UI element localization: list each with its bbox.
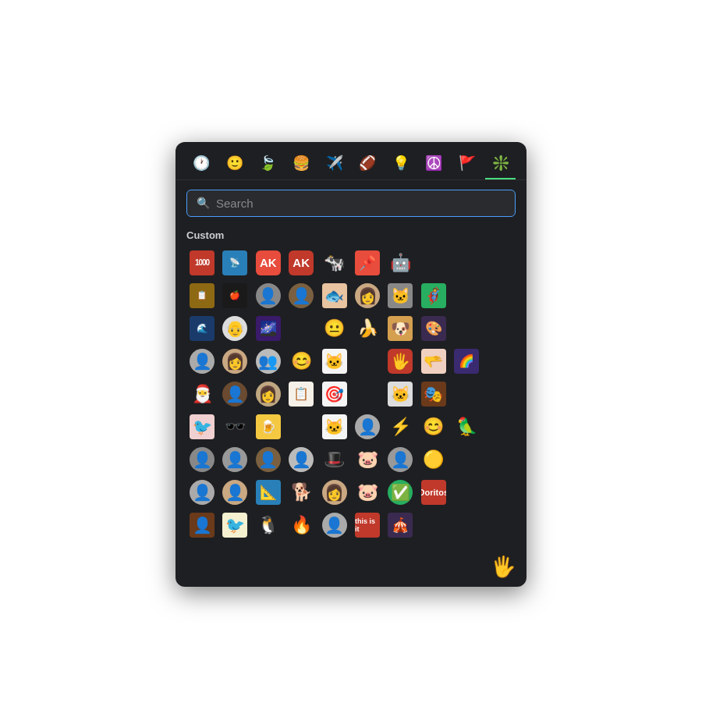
emoji-cell[interactable]: 👩 (219, 346, 250, 377)
emoji-cell[interactable]: AK (285, 247, 317, 279)
emoji-cell[interactable]: 👤 (186, 477, 218, 508)
emoji-cell[interactable] (451, 378, 482, 410)
emoji-cell[interactable]: 🖐 (385, 346, 416, 377)
emoji-cell[interactable]: 🦸 (418, 280, 449, 311)
emoji-cell[interactable] (451, 247, 482, 279)
emoji-cell[interactable] (484, 510, 516, 541)
emoji-cell[interactable]: 👩 (352, 280, 383, 311)
emoji-cell[interactable]: 🎪 (385, 510, 416, 541)
emoji-cell[interactable]: 🐦 (219, 510, 250, 541)
emoji-cell[interactable]: 👤 (319, 510, 350, 541)
tab-flags[interactable]: 🚩 (452, 150, 483, 179)
tab-symbols[interactable]: ☮️ (419, 150, 449, 179)
emoji-cell[interactable] (484, 378, 516, 410)
emoji-cell[interactable]: 👤 (219, 477, 250, 508)
emoji-cell[interactable]: 👥 (253, 346, 284, 377)
emoji-cell[interactable]: ✅ (385, 477, 416, 508)
emoji-cell[interactable]: Doritos (418, 477, 449, 508)
emoji-cell[interactable]: 🫳 (418, 346, 449, 377)
emoji-cell[interactable]: 👤 (186, 444, 218, 475)
emoji-cell[interactable] (484, 444, 516, 475)
emoji-cell[interactable]: 🎯 (319, 378, 350, 410)
emoji-cell[interactable]: 👩 (253, 378, 284, 410)
emoji-cell[interactable]: 🎩 (319, 444, 350, 475)
tab-recent[interactable]: 🕐 (186, 150, 217, 179)
emoji-cell[interactable]: 🎭 (418, 378, 449, 410)
emoji-cell[interactable] (418, 510, 449, 541)
emoji-cell[interactable]: 👩 (319, 477, 350, 508)
emoji-cell[interactable]: 1000 (186, 247, 218, 279)
emoji-cell[interactable]: 🎨 (418, 313, 449, 344)
emoji-cell[interactable]: 🐟 (319, 280, 350, 311)
emoji-cell[interactable]: 👤 (186, 346, 218, 377)
hand-emoji[interactable]: 🖐 (491, 555, 516, 579)
emoji-cell[interactable]: ⚡ (385, 411, 416, 442)
emoji-cell[interactable] (352, 346, 383, 377)
emoji-cell[interactable] (484, 411, 516, 442)
emoji-cell[interactable] (484, 477, 516, 508)
emoji-cell[interactable]: 🐕 (285, 477, 317, 508)
emoji-cell[interactable]: 👤 (253, 280, 284, 311)
emoji-cell[interactable]: 👤 (352, 411, 383, 442)
emoji-cell[interactable] (418, 247, 449, 279)
search-input[interactable] (216, 197, 505, 210)
emoji-cell[interactable]: 😊 (285, 346, 317, 377)
emoji-cell[interactable]: 🍎 (219, 280, 250, 311)
emoji-cell[interactable]: 🟡 (418, 444, 449, 475)
emoji-cell[interactable]: 🐱 (319, 346, 350, 377)
emoji-cell[interactable] (285, 411, 317, 442)
emoji-cell[interactable]: AK (253, 247, 284, 279)
emoji-cell[interactable]: 🐄 (319, 247, 350, 279)
emoji-cell[interactable]: 👤 (219, 444, 250, 475)
emoji-cell[interactable]: 🎅 (186, 378, 218, 410)
emoji-cell[interactable] (484, 280, 516, 311)
emoji-cell[interactable] (451, 510, 482, 541)
emoji-cell[interactable]: 🌊 (186, 313, 218, 344)
emoji-cell[interactable]: 👤 (219, 378, 250, 410)
emoji-cell[interactable]: 📌 (352, 247, 383, 279)
emoji-cell[interactable] (451, 477, 482, 508)
emoji-cell[interactable]: 📐 (253, 477, 284, 508)
emoji-cell[interactable]: 🍺 (253, 411, 284, 442)
emoji-cell[interactable] (352, 378, 383, 410)
tab-smileys[interactable]: 🙂 (220, 150, 250, 179)
emoji-cell[interactable]: 🦜 (451, 411, 482, 442)
emoji-cell[interactable]: 🐧 (253, 510, 284, 541)
emoji-cell[interactable]: 🐦 (186, 411, 218, 442)
emoji-cell[interactable]: 🔥 (285, 510, 317, 541)
emoji-cell[interactable]: 🌌 (253, 313, 284, 344)
emoji-cell[interactable] (484, 247, 516, 279)
emoji-cell[interactable]: this is it (352, 510, 383, 541)
emoji-cell[interactable] (451, 313, 482, 344)
emoji-cell[interactable] (451, 444, 482, 475)
emoji-cell[interactable]: 🌈 (451, 346, 482, 377)
emoji-cell[interactable]: 📋 (186, 280, 218, 311)
emoji-cell[interactable]: 🐷 (352, 477, 383, 508)
emoji-cell[interactable]: 🕶️ (219, 411, 250, 442)
emoji-cell[interactable]: 🐱 (385, 280, 416, 311)
tab-custom[interactable]: ❇️ (485, 150, 516, 179)
emoji-cell[interactable]: 👤 (253, 444, 284, 475)
emoji-cell[interactable]: 📡 (219, 247, 250, 279)
emoji-cell[interactable] (484, 346, 516, 377)
emoji-cell[interactable]: 🐶 (385, 313, 416, 344)
emoji-cell[interactable]: 👴 (219, 313, 250, 344)
emoji-cell[interactable]: 🐱 (385, 378, 416, 410)
emoji-cell[interactable]: 😐 (319, 313, 350, 344)
emoji-cell[interactable] (484, 313, 516, 344)
emoji-cell[interactable] (285, 313, 317, 344)
emoji-cell[interactable]: 👤 (285, 280, 317, 311)
tab-activities[interactable]: 🏈 (353, 150, 383, 179)
tab-nature[interactable]: 🍃 (253, 150, 283, 179)
emoji-cell[interactable]: 👤 (285, 444, 317, 475)
emoji-cell[interactable] (451, 280, 482, 311)
emoji-cell[interactable]: 🐱 (319, 411, 350, 442)
tab-travel[interactable]: ✈️ (319, 150, 349, 179)
emoji-cell[interactable]: 🤖 (385, 247, 416, 279)
emoji-cell[interactable]: 🐷 (352, 444, 383, 475)
tab-food[interactable]: 🍔 (286, 150, 317, 179)
emoji-cell[interactable]: 👤 (186, 510, 218, 541)
emoji-cell[interactable]: 📋 (285, 378, 317, 410)
emoji-cell[interactable]: 🍌 (352, 313, 383, 344)
tab-objects[interactable]: 💡 (386, 150, 417, 179)
